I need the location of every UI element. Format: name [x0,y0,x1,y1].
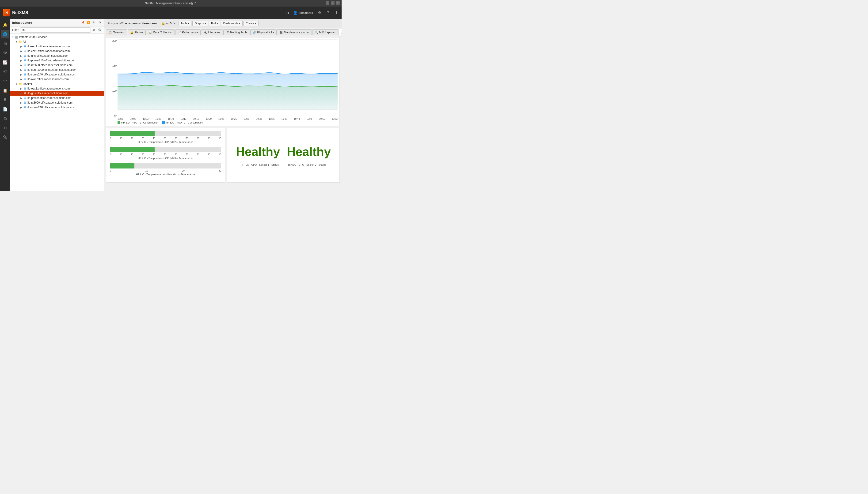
poll-menu[interactable]: Poll ▾ [209,21,220,26]
issnmp-folder-label: IsSNMP [23,82,33,86]
bar-ambient-track [110,163,221,169]
tree-item-esx1-infra[interactable]: ▶ 🖥 ilo-esx1.office.radensolutions.com [10,44,104,49]
filter-clear-button[interactable]: ✕ [92,28,96,32]
tree-item-sun-v240-infra[interactable]: ▶ 🖥 ilo-sun-v240.office.radensolutions.c… [10,72,104,77]
sidebar-item-map[interactable]: 🗺 [1,49,10,57]
tab-mib-icon: 🔍 [315,31,318,34]
tab-routing-table[interactable]: 🗺 Routing Table [223,29,250,35]
chart-body [117,39,338,110]
filter-input[interactable] [20,27,91,33]
x-label-7: 19:20 [206,118,212,120]
tree-item-esx1-snmp[interactable]: ▶ 🖥 ilo-esx1.office.radensolutions.com [10,86,104,91]
sidebar-item-gear[interactable]: ⚙ [1,124,10,132]
tree-item-wall-infra[interactable]: ▶ 🖥 ilo-wall.office.radensolutions.com [10,77,104,81]
tree-toggle-sun-v240-snmp[interactable]: ▶ [20,106,23,109]
sidebar-item-file[interactable]: 📄 [1,105,10,113]
rx3600-infra-icon: 🖥 [23,63,27,67]
tab-overview-icon: 📋 [109,31,112,34]
dashboards-menu[interactable]: Dashboards ▾ [221,21,242,26]
all-folder-icon: 📁 [18,40,22,43]
sidebar-filter-button[interactable]: 🔽 [86,20,91,25]
tree-view: ▼ 🏢 Infrastructure Services ▼ 📁 All ▶ 🖥 … [10,34,104,191]
sidebar-item-chart[interactable]: 📈 [1,58,10,66]
tab-physical-label: Physical links [257,31,274,34]
edit-button[interactable]: ✏ [166,22,169,25]
lock-button[interactable]: 🔒 [161,22,165,25]
tree-toggle-gns-snmp[interactable]: ▶ [20,92,23,95]
sidebar-refresh-button[interactable]: ↻ [92,20,96,25]
sidebar-item-shield[interactable]: 🛡 [1,77,10,85]
topbar: N NetXMS ::1 👤 admin@::1 ⚙ ? ℹ [0,6,342,19]
tree-toggle-sun-t1000-infra[interactable]: ▶ [20,68,23,72]
sidebar-item-alarms[interactable]: 🔔 [1,21,10,29]
tab-overview[interactable]: 📋 Overview [106,29,127,35]
sidebar-item-grid[interactable]: ⊞ [1,39,10,48]
bar-cpu02-track [110,131,221,136]
refresh-node-button[interactable]: ↻ [169,22,172,25]
tab-alarms[interactable]: 🔔 Alarms [128,29,146,35]
tree-item-issnmp[interactable]: ▼ 📁 IsSNMP [10,81,104,86]
x-label-8: 19:23 [218,118,224,120]
tree-toggle-power710-infra[interactable]: ▶ [20,59,23,62]
rx3600-snmp-icon: 🖥 [23,101,27,104]
tab-interfaces[interactable]: 🔌 Interfaces [201,29,223,35]
graphs-menu[interactable]: Graphs ▾ [192,21,208,26]
tree-item-sun-t1000-infra[interactable]: ▶ 🖥 ilo-sun-t1000.office.radensolutions.… [10,68,104,72]
tree-toggle-wall-infra[interactable]: ▶ [20,78,23,81]
sidebar-settings-button[interactable]: ⚙ [97,20,102,25]
tab-physical-links[interactable]: 🔗 Physical links [250,29,276,35]
sidebar-pin-button[interactable]: 📌 [80,20,85,25]
chart-legend: HP iLO - PSU - 1 - Consumption HP iLO - … [117,121,338,124]
tree-item-rx3600-infra[interactable]: ▶ 🖥 ilo-rx3600.office.radensolutions.com [10,63,104,68]
tab-mib-label: MIB Explorer [319,31,335,34]
tab-mib-explorer[interactable]: 🔍 MIB Explorer [312,29,338,35]
tab-hp-ilo[interactable]: 💻 HP iLO [339,29,342,35]
tree-toggle-infra[interactable]: ▼ [11,35,15,39]
sidebar-item-network[interactable]: 🌐 [1,30,10,38]
sidebar-item-plugin[interactable]: 🔌 [1,133,10,141]
tree-toggle-esx1-infra[interactable]: ▶ [20,45,23,48]
tree-toggle-rx3600-infra[interactable]: ▶ [20,63,23,67]
sidebar-item-tag[interactable]: 🏷 [1,68,10,76]
help-button[interactable]: ? [326,10,330,15]
tab-routing-label: Routing Table [230,31,247,34]
sidebar-title: Infrastructure [12,21,32,24]
tree-item-gns-infra[interactable]: ▶ 🖥 ilo-gns.office.radensolutions.com [10,53,104,58]
tab-performance[interactable]: 📈 Performance [175,29,201,35]
tools-menu[interactable]: Tools ▾ [179,21,192,26]
tab-alarms-icon: 🔔 [130,31,133,34]
tree-toggle-all[interactable]: ▼ [15,40,18,43]
close-button[interactable]: ✕ [336,1,340,5]
topbar-right: ::1 👤 admin@::1 ⚙ ? ℹ [286,10,339,15]
filter-search-button[interactable]: 🔍 [97,28,102,32]
info-button[interactable]: ℹ [334,10,339,15]
tree-toggle-issnmp[interactable]: ▼ [15,82,18,86]
maximize-button[interactable]: □ [331,1,334,5]
minimize-button[interactable]: ─ [326,1,329,5]
sidebar-item-report[interactable]: 📋 [1,86,10,95]
sidebar-item-monitor[interactable]: 🖥 [1,96,10,104]
tree-toggle-esx2-infra[interactable]: ▶ [20,50,23,53]
tree-item-esx2-infra[interactable]: ▶ 🖥 ilo-esx2.office.radensolutions.com [10,49,104,53]
bar-ambient-label: HP iLO - Temperature - Ambient (0.1) - T… [110,173,221,176]
tab-maintenance-journal[interactable]: 📓 Maintenance journal [277,29,312,35]
tree-item-rx3600-snmp[interactable]: ▶ 🖥 ilo-rx3600.office.radensolutions.com [10,100,104,105]
close-node-button[interactable]: ✕ [173,22,176,25]
settings-button[interactable]: ⚙ [317,10,322,15]
sidebar-item-layers[interactable]: ⧉ [1,114,10,123]
tree-toggle-sun-v240-infra[interactable]: ▶ [20,73,23,76]
tree-item-infra-services[interactable]: ▼ 🏢 Infrastructure Services [10,35,104,39]
tree-item-sun-v240-snmp[interactable]: ▶ 🖥 ilo-sun-v240.office.radensolutions.c… [10,105,104,110]
tab-data-collection[interactable]: 📊 Data Collection [146,29,175,35]
tree-toggle-esx1-snmp[interactable]: ▶ [20,87,23,90]
tree-item-gns-snmp[interactable]: ▶ 🖥 ilo-gns.office.radensolutions.com [10,91,104,96]
window-controls[interactable]: ─ □ ✕ [326,1,340,5]
tree-toggle-power-snmp[interactable]: ▶ [20,96,23,100]
tree-item-all[interactable]: ▼ 📁 All [10,39,104,44]
tree-item-power710-infra[interactable]: ▶ 🖥 ilo-power710.office.radensolutions.c… [10,58,104,63]
create-menu[interactable]: Create ▾ [243,21,258,26]
tree-toggle-gns-infra[interactable]: ▶ [20,54,23,57]
tree-item-power-snmp[interactable]: ▶ 🖥 ilo-power.office.radensolutions.com [10,96,104,100]
power710-infra-label: ilo-power710.office.radensolutions.com [28,59,76,62]
tree-toggle-rx3600-snmp[interactable]: ▶ [20,101,23,104]
